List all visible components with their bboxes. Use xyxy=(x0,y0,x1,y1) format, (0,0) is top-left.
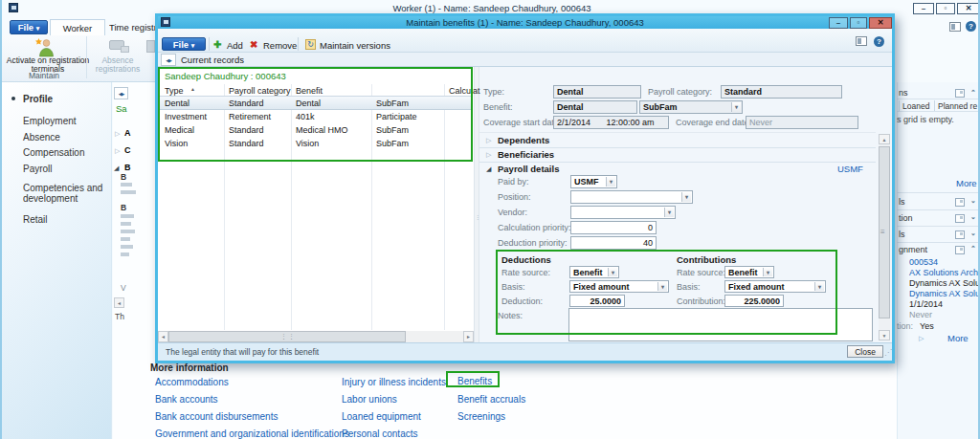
table-row[interactable]: Vision Standard Vision SubFam xyxy=(160,137,472,150)
factbox-popout-icon[interactable] xyxy=(955,214,965,223)
payroll-category-field[interactable]: Standard xyxy=(721,85,842,99)
dropdown-icon[interactable]: ▾ xyxy=(681,192,691,202)
dropdown-icon[interactable]: ▾ xyxy=(608,268,617,276)
link-bank-account-disbursements[interactable]: Bank account disbursements xyxy=(155,411,278,422)
chevron-down-icon[interactable]: ⌄ xyxy=(970,213,976,221)
minimize-button[interactable]: – xyxy=(913,3,934,14)
current-records-icon[interactable]: ◀▶ xyxy=(161,54,176,66)
close-button[interactable]: ✕ xyxy=(957,3,980,14)
add-button[interactable]: Add xyxy=(227,40,243,51)
con-basis-combo[interactable]: Fixed amount ▾ xyxy=(724,280,826,293)
coverage-start-field[interactable]: 2/1/2014 12:00:00 am xyxy=(553,116,669,129)
link-accommodations[interactable]: Accommodations xyxy=(155,377,229,387)
close-dialog-button[interactable]: Close xyxy=(847,345,883,358)
scroll-up-icon[interactable]: ▲ xyxy=(879,134,890,144)
dropdown-icon[interactable]: ▾ xyxy=(657,282,667,291)
chevron-down-icon[interactable]: ⌄ xyxy=(970,197,976,205)
position-combo[interactable]: ▾ xyxy=(570,190,693,204)
maximize-button[interactable]: ▫ xyxy=(936,3,955,14)
more-arrow-icon[interactable]: ▷ xyxy=(919,335,924,342)
factbox-header-fragment-1[interactable]: ls xyxy=(899,197,905,207)
link-labor-unions[interactable]: Labor unions xyxy=(342,394,397,405)
link-screenings[interactable]: Screenings xyxy=(457,411,505,422)
dialog-help-icon[interactable]: ? xyxy=(874,36,884,47)
sidebar-item-competencies[interactable]: Competencies and development xyxy=(23,183,107,204)
sidebar-item-retail[interactable]: Retail xyxy=(23,214,48,225)
coverage-end-field[interactable]: Never xyxy=(746,116,858,129)
link-bank-accounts[interactable]: Bank accounts xyxy=(155,394,218,405)
help-icon[interactable]: ? xyxy=(966,21,976,32)
file-menu-button[interactable]: File ▾ xyxy=(10,20,48,34)
sidebar-item-employment[interactable]: Employment xyxy=(23,116,77,126)
dialog-close-button[interactable]: ✕ xyxy=(869,17,892,29)
dropdown-icon[interactable]: ▾ xyxy=(606,177,615,187)
scroll-down-icon[interactable]: ▼ xyxy=(879,330,890,340)
benefit-field[interactable]: Dental xyxy=(553,100,637,114)
dropdown-icon[interactable]: ▾ xyxy=(763,268,772,276)
benefit-option-combo[interactable]: SubFam ▾ xyxy=(639,100,743,114)
factbox-popout-icon[interactable] xyxy=(955,230,965,239)
dialog-layout-icon[interactable] xyxy=(856,36,867,46)
sidebar-item-absence[interactable]: Absence xyxy=(23,132,60,143)
maintain-versions-button[interactable]: Maintain versions xyxy=(320,40,390,51)
section-dependents[interactable]: Dependents xyxy=(498,135,549,145)
table-row-selected[interactable]: Dental Standard Dental SubFam xyxy=(160,96,472,110)
factbox-company-link[interactable]: Dynamics AX Solut xyxy=(909,289,980,298)
beneficiaries-expand-icon[interactable]: ▷ xyxy=(486,151,491,159)
scroll-right-icon[interactable]: ► xyxy=(463,331,474,342)
ded-basis-combo[interactable]: Fixed amount ▾ xyxy=(569,280,669,293)
table-row[interactable]: Medical Standard Medical HMO SubFam xyxy=(160,123,472,137)
link-injury-illness[interactable]: Injury or illness incidents xyxy=(342,377,446,387)
factbox-more-link[interactable]: More xyxy=(956,178,977,188)
bg-fasttab-b[interactable]: B xyxy=(124,163,131,172)
calculation-priority-field[interactable]: 0 xyxy=(570,221,657,234)
link-loaned-equipment[interactable]: Loaned equipment xyxy=(342,411,421,422)
factbox-popout-icon[interactable] xyxy=(955,246,965,254)
dialog-file-menu-button[interactable]: File ▾ xyxy=(162,37,206,51)
record-nav-icon[interactable]: ◀▶ xyxy=(114,87,128,99)
type-field[interactable]: Dental xyxy=(553,85,641,99)
deduction-priority-field[interactable]: 40 xyxy=(570,236,657,250)
section-payroll-details[interactable]: Payroll details xyxy=(498,164,559,174)
tab-worker[interactable]: Worker xyxy=(50,19,105,35)
dropdown-icon[interactable]: ▾ xyxy=(664,208,674,217)
table-row[interactable]: Investment Retirement 401k Participate xyxy=(160,110,472,123)
vendor-combo[interactable]: ▾ xyxy=(570,206,676,219)
ded-rate-source-combo[interactable]: Benefit ▾ xyxy=(569,266,619,278)
factbox-assignment-more-link[interactable]: More xyxy=(947,333,969,343)
scroll-left-icon[interactable]: ◄ xyxy=(158,331,168,342)
dropdown-icon[interactable]: ▾ xyxy=(814,282,824,291)
paid-by-combo[interactable]: USMF ▾ xyxy=(570,175,617,188)
chevron-up-icon[interactable]: ⌃ xyxy=(970,245,976,252)
dropdown-icon[interactable]: ▾ xyxy=(731,102,741,112)
tab-time-registration[interactable]: Time registrati xyxy=(109,19,155,35)
sidebar-item-profile[interactable]: Profile xyxy=(23,94,53,104)
layout-icon[interactable] xyxy=(949,22,961,32)
chevron-up-icon[interactable]: ⌃ xyxy=(970,89,976,97)
link-government-identifications[interactable]: Government and organizational identifica… xyxy=(155,428,349,439)
absence-registrations-button[interactable]: Absence registrations xyxy=(88,56,147,74)
chevron-down-icon[interactable]: ⌄ xyxy=(970,230,976,237)
resize-grip-icon[interactable]: ⋰ xyxy=(884,348,892,357)
factbox-popout-icon[interactable] xyxy=(955,198,965,207)
factbox-header-fragment-2[interactable]: tion xyxy=(899,213,913,223)
con-rate-source-combo[interactable]: Benefit ▾ xyxy=(724,266,774,278)
factbox-position-name-link[interactable]: AX Solutions Archi xyxy=(909,268,980,277)
link-personal-contacts[interactable]: Personal contacts xyxy=(342,428,418,439)
bg-scroll-left-icon[interactable]: ◄ xyxy=(114,297,124,308)
sidebar-item-compensation[interactable]: Compensation xyxy=(23,147,84,158)
factbox-popout-icon[interactable] xyxy=(955,89,965,98)
factbox-loaned-header-fragment[interactable]: ns xyxy=(899,88,908,98)
factbox-assignment-header-fragment[interactable]: gnment xyxy=(899,245,927,254)
bg-fasttab-c[interactable]: C xyxy=(124,145,131,155)
dependents-expand-icon[interactable]: ▷ xyxy=(486,137,491,144)
current-records-tab[interactable]: Current records xyxy=(181,55,244,65)
remove-button[interactable]: Remove xyxy=(263,40,297,51)
dialog-minimize-button[interactable]: – xyxy=(829,17,848,29)
factbox-position-id-link[interactable]: 000534 xyxy=(909,257,938,267)
payroll-details-expand-icon[interactable]: ◢ xyxy=(486,165,491,173)
section-beneficiaries[interactable]: Beneficiaries xyxy=(498,149,554,160)
legal-entity-link[interactable]: USMF xyxy=(837,164,863,174)
contribution-amount-field[interactable]: 225.0000 xyxy=(724,295,784,307)
bg-fasttab-a[interactable]: A xyxy=(124,128,131,138)
